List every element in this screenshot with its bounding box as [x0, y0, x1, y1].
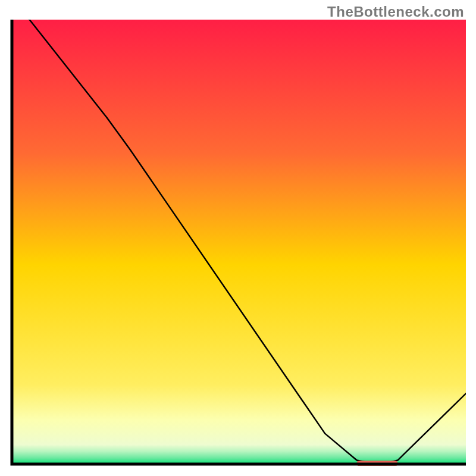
chart-svg	[10, 20, 466, 466]
chart-stage: TheBottleneck.com	[0, 0, 476, 476]
watermark-text: TheBottleneck.com	[327, 4, 464, 20]
gradient-background	[11, 20, 466, 465]
plot-area	[10, 20, 466, 466]
